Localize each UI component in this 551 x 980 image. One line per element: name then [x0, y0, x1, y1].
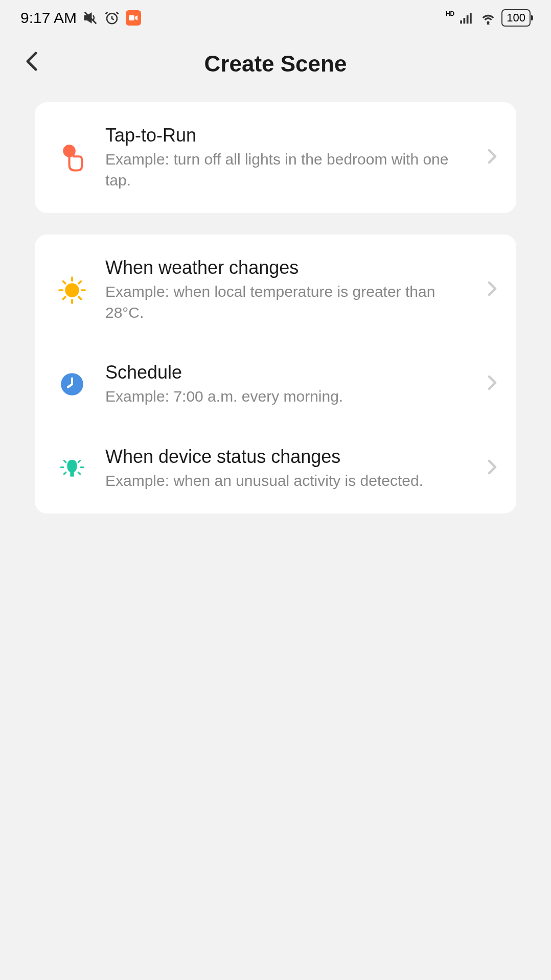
chevron-right-icon	[488, 458, 497, 479]
svg-line-16	[63, 297, 65, 299]
svg-rect-6	[470, 13, 472, 24]
item-title: Schedule	[105, 362, 477, 383]
clock-icon	[54, 372, 90, 396]
sun-icon	[54, 275, 90, 306]
svg-rect-3	[461, 20, 463, 24]
svg-point-9	[65, 283, 79, 297]
status-left: 9:17 AM	[20, 9, 141, 27]
wifi-icon	[480, 11, 496, 25]
content: Tap-to-Run Example: turn off all lights …	[0, 102, 551, 514]
svg-rect-19	[70, 475, 74, 477]
item-text: Schedule Example: 7:00 a.m. every mornin…	[90, 362, 488, 407]
chevron-right-icon	[488, 279, 497, 301]
svg-point-7	[487, 21, 490, 24]
page-title: Create Scene	[26, 51, 525, 77]
svg-line-15	[79, 297, 81, 299]
alarm-icon	[104, 10, 120, 26]
battery-indicator: 100	[501, 9, 531, 27]
status-time: 9:17 AM	[20, 9, 77, 27]
svg-line-25	[78, 472, 80, 474]
item-title: Tap-to-Run	[105, 125, 477, 146]
record-icon	[126, 10, 141, 26]
chevron-right-icon	[488, 374, 497, 395]
item-title: When weather changes	[105, 257, 477, 278]
card-conditions: When weather changes Example: when local…	[35, 235, 516, 514]
svg-line-24	[64, 472, 66, 474]
bulb-icon	[54, 454, 90, 483]
svg-line-23	[78, 460, 80, 462]
signal-icon	[460, 11, 475, 25]
svg-line-17	[79, 281, 81, 283]
header: Create Scene	[0, 36, 551, 102]
item-description: Example: when an unusual activity is det…	[105, 471, 477, 492]
item-description: Example: when local temperature is great…	[105, 282, 477, 323]
option-device-status[interactable]: When device status changes Example: when…	[35, 430, 516, 514]
item-text: When weather changes Example: when local…	[90, 257, 488, 323]
status-bar: 9:17 AM HD	[0, 0, 551, 36]
item-description: Example: turn off all lights in the bedr…	[105, 149, 477, 191]
svg-rect-4	[464, 18, 466, 24]
mute-icon	[83, 10, 98, 26]
svg-rect-2	[129, 15, 134, 20]
option-tap-to-run[interactable]: Tap-to-Run Example: turn off all lights …	[35, 102, 516, 213]
chevron-right-icon	[488, 147, 497, 169]
svg-line-22	[64, 460, 66, 462]
hd-label: HD	[446, 10, 454, 17]
item-title: When device status changes	[105, 446, 477, 468]
card-tap-to-run: Tap-to-Run Example: turn off all lights …	[35, 102, 516, 213]
item-description: Example: 7:00 a.m. every morning.	[105, 386, 477, 407]
option-weather[interactable]: When weather changes Example: when local…	[35, 235, 516, 345]
option-schedule[interactable]: Schedule Example: 7:00 a.m. every mornin…	[35, 345, 516, 430]
status-right: HD 100	[446, 9, 531, 27]
item-text: When device status changes Example: when…	[90, 446, 488, 492]
item-text: Tap-to-Run Example: turn off all lights …	[90, 125, 488, 191]
tap-icon	[54, 143, 90, 173]
svg-line-14	[63, 281, 65, 283]
back-button[interactable]	[26, 51, 38, 77]
svg-rect-5	[467, 15, 469, 24]
